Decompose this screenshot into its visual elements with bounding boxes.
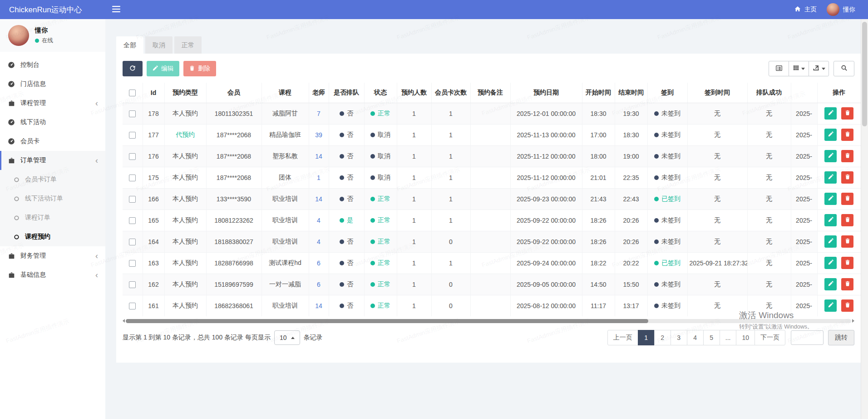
- row-checkbox[interactable]: [129, 175, 136, 181]
- column-header[interactable]: 开始时间: [582, 83, 615, 103]
- page-button[interactable]: 上一页: [607, 330, 638, 345]
- column-header[interactable]: 预约备注: [470, 83, 510, 103]
- row-checkbox[interactable]: [129, 303, 136, 309]
- row-delete-button[interactable]: [841, 171, 853, 184]
- row-delete-button[interactable]: [841, 278, 853, 290]
- sidebar-subitem[interactable]: 课程预约: [0, 227, 105, 246]
- row-checkbox[interactable]: [129, 260, 136, 267]
- delete-button[interactable]: 删除: [183, 61, 216, 76]
- table-row[interactable]: 178 本人预约 18011302351 减脂阿甘 7 否 正常 1 1 202…: [123, 103, 861, 124]
- table-row[interactable]: 177 代预约 187****2068 精品瑜伽班 39 否 取消 1 1 20…: [123, 124, 861, 145]
- page-button[interactable]: 2: [654, 330, 671, 345]
- scrollbar-thumb[interactable]: [126, 319, 648, 323]
- teacher-link[interactable]: 7: [317, 110, 321, 117]
- teacher-link[interactable]: 6: [317, 281, 321, 288]
- column-header[interactable]: 会员卡次数: [431, 83, 470, 103]
- table-row[interactable]: 166 本人预约 133****3590 职业培训 14 否 正常 1 1 20…: [123, 188, 861, 210]
- horizontal-scrollbar[interactable]: [123, 318, 854, 324]
- row-edit-button[interactable]: [824, 150, 837, 162]
- sidebar-item[interactable]: 财务管理 ‹: [0, 246, 105, 265]
- row-checkbox[interactable]: [129, 110, 136, 117]
- teacher-link[interactable]: 6: [317, 259, 321, 267]
- columns-button[interactable]: [789, 61, 809, 76]
- row-checkbox[interactable]: [129, 153, 136, 160]
- column-header[interactable]: 排队成功: [747, 83, 791, 103]
- page-jump-button[interactable]: 跳转: [828, 330, 854, 345]
- search-button[interactable]: [833, 61, 854, 76]
- table-row[interactable]: 165 本人预约 18081223262 职业培训 4 是 正常 1 1 202…: [123, 210, 861, 231]
- row-edit-button[interactable]: [824, 235, 837, 248]
- export-button[interactable]: [809, 61, 829, 76]
- scroll-right-arrow-icon[interactable]: [852, 319, 854, 323]
- sidebar-item[interactable]: 控制台: [0, 55, 105, 75]
- teacher-link[interactable]: 4: [317, 217, 321, 224]
- page-button[interactable]: 10: [736, 330, 755, 345]
- scrollbar-track[interactable]: [126, 319, 851, 323]
- row-delete-button[interactable]: [841, 129, 853, 141]
- page-button[interactable]: 下一页: [755, 330, 785, 345]
- row-checkbox[interactable]: [129, 196, 136, 203]
- tab[interactable]: 正常: [174, 36, 202, 54]
- row-delete-button[interactable]: [841, 257, 853, 269]
- column-header[interactable]: 状态: [364, 83, 397, 103]
- select-all-header[interactable]: [123, 83, 143, 103]
- sidebar-item[interactable]: 线下活动: [0, 113, 105, 132]
- sidebar-item[interactable]: 订单管理 ‹: [0, 151, 105, 170]
- row-delete-button[interactable]: [841, 107, 853, 120]
- table-row[interactable]: 164 本人预约 18188380027 职业培训 4 否 正常 1 0 202…: [123, 231, 861, 252]
- scroll-left-arrow-icon[interactable]: [123, 319, 125, 323]
- row-checkbox[interactable]: [129, 132, 136, 139]
- page-size-select[interactable]: 10: [274, 330, 300, 345]
- detail-view-button[interactable]: [769, 61, 789, 76]
- row-edit-button[interactable]: [824, 299, 837, 312]
- column-header[interactable]: 老师: [309, 83, 329, 103]
- home-link[interactable]: 主页: [794, 5, 817, 14]
- vertical-scrollbar[interactable]: [861, 19, 868, 419]
- row-edit-button[interactable]: [824, 193, 837, 205]
- row-delete-button[interactable]: [841, 193, 853, 205]
- sidebar-item[interactable]: 会员卡: [0, 132, 105, 151]
- row-edit-button[interactable]: [824, 107, 837, 120]
- row-checkbox[interactable]: [129, 217, 136, 224]
- page-button[interactable]: 3: [671, 330, 687, 345]
- table-row[interactable]: 161 本人预约 18682368061 职业培训 14 否 正常 1 0 20…: [123, 295, 861, 316]
- page-button[interactable]: 4: [687, 330, 704, 345]
- sidebar-item[interactable]: 课程管理 ‹: [0, 94, 105, 113]
- sidebar-subitem[interactable]: 线下活动订单: [0, 189, 105, 208]
- row-delete-button[interactable]: [841, 235, 853, 248]
- refresh-button[interactable]: [123, 61, 143, 76]
- teacher-link[interactable]: 14: [315, 153, 322, 160]
- column-header[interactable]: 结束时间: [615, 83, 647, 103]
- row-edit-button[interactable]: [824, 171, 837, 184]
- teacher-link[interactable]: 39: [315, 131, 322, 139]
- teacher-link[interactable]: 14: [315, 302, 322, 309]
- sidebar-subitem[interactable]: 课程订单: [0, 208, 105, 227]
- column-header[interactable]: 是否排队: [329, 83, 364, 103]
- edit-button[interactable]: 编辑: [147, 61, 179, 76]
- column-header[interactable]: 签到: [647, 83, 687, 103]
- column-header[interactable]: [791, 83, 817, 103]
- page-button[interactable]: ...: [720, 330, 737, 345]
- column-header[interactable]: 课程: [261, 83, 309, 103]
- table-row[interactable]: 162 本人预约 15189697599 一对一减脂 6 否 正常 1 0 20…: [123, 274, 861, 295]
- sidebar-item[interactable]: 基础信息 ‹: [0, 265, 105, 284]
- row-edit-button[interactable]: [824, 257, 837, 269]
- column-header[interactable]: 预约人数: [397, 83, 431, 103]
- teacher-link[interactable]: 1: [317, 174, 321, 181]
- table-row[interactable]: 175 本人预约 187****2068 团体 1 否 取消 1 1 2025-…: [123, 167, 861, 188]
- column-header[interactable]: 会员: [206, 83, 261, 103]
- teacher-link[interactable]: 14: [315, 195, 322, 203]
- tab[interactable]: 全部: [116, 36, 143, 54]
- row-checkbox[interactable]: [129, 239, 136, 245]
- select-all-checkbox[interactable]: [129, 90, 136, 96]
- tab[interactable]: 取消: [145, 36, 173, 54]
- user-menu[interactable]: 懂你: [827, 3, 855, 16]
- page-jump-input[interactable]: [791, 330, 824, 345]
- row-edit-button[interactable]: [824, 278, 837, 290]
- column-header[interactable]: Id: [143, 83, 164, 103]
- sidebar-toggle-button[interactable]: [105, 0, 127, 19]
- column-header[interactable]: 预约类型: [164, 83, 206, 103]
- column-header[interactable]: 操作: [817, 83, 861, 103]
- vertical-scrollbar-thumb[interactable]: [862, 22, 867, 126]
- row-edit-button[interactable]: [824, 129, 837, 141]
